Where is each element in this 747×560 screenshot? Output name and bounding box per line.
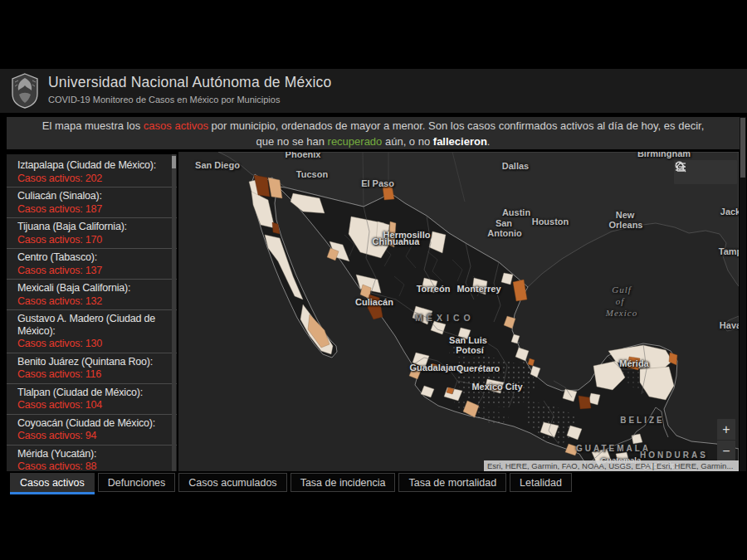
sidebar-item[interactable]: Mexicali (Baja California):Casos activos… <box>7 279 177 309</box>
tab-tasa-de-mortalidad[interactable]: Tasa de mortalidad <box>398 473 506 492</box>
tab-casos-activos[interactable]: Casos activos <box>10 473 95 492</box>
active-cases-value: Casos activos: 88 <box>17 460 157 471</box>
municipality-name: Tlalpan (Ciudad de México): <box>17 387 157 399</box>
map-label: Dallas <box>502 161 529 171</box>
map-labels: San DiegoPhoenixTucsonEl PasoDallasAusti… <box>178 152 739 471</box>
municipality-name: Benito Juárez (Quintana Roo): <box>17 356 157 368</box>
map-label: New <box>616 210 635 220</box>
active-cases-value: Casos activos: 202 <box>17 173 157 185</box>
description-segment: aún, o no <box>382 135 432 148</box>
header: Universidad Nacional Autónoma de México … <box>0 69 747 113</box>
map-label: San <box>496 218 512 228</box>
map-label: Mexico <box>606 308 637 318</box>
sidebar-scrollbar[interactable] <box>172 154 176 471</box>
map-label: MÉXICO <box>415 313 474 323</box>
map-label: BELIZE <box>620 416 665 425</box>
map-label: Culiacán <box>355 297 393 307</box>
map-label: Houston <box>532 217 569 226</box>
description-segment: casos activos <box>144 119 208 132</box>
description-text: El mapa muestra los casos activos por mu… <box>42 119 705 148</box>
page-scrollbar-thumb[interactable] <box>740 118 745 178</box>
municipality-name: Iztapalapa (Ciudad de México): <box>17 159 157 172</box>
zoom-in-button[interactable]: + <box>717 419 735 440</box>
map-label: San Diego <box>195 160 240 170</box>
sidebar-item[interactable]: Centro (Tabasco):Casos activos: 137 <box>7 248 177 279</box>
home-button[interactable] <box>696 161 715 183</box>
municipality-name: Mérida (Yucatán): <box>17 448 157 460</box>
map-label: Potosí <box>456 345 484 355</box>
municipality-name: Centro (Tabasco): <box>17 251 157 264</box>
active-cases-value: Casos activos: 130 <box>17 338 157 350</box>
map-label: Torreón <box>417 284 451 294</box>
legend-button[interactable] <box>716 161 736 183</box>
map-label: Chihuahua <box>373 236 420 246</box>
tab-bar-container: Casos activosDefuncionesCasos acumulados… <box>0 471 747 498</box>
map-canvas[interactable]: San DiegoPhoenixTucsonEl PasoDallasAusti… <box>178 152 739 471</box>
map-label: of <box>616 296 625 306</box>
description-bar: El mapa muestra los casos activos por mu… <box>7 117 740 149</box>
map-label: Jack <box>720 207 739 217</box>
active-cases-value: Casos activos: 187 <box>17 203 157 216</box>
tab-casos-acumulados[interactable]: Casos acumulados <box>178 473 286 492</box>
tab-bar: Casos activosDefuncionesCasos acumulados… <box>10 473 572 492</box>
page-title: Universidad Nacional Autónoma de México <box>48 74 331 91</box>
sidebar-item[interactable]: Culiacán (Sinaloa):Casos activos: 187 <box>7 187 177 217</box>
active-cases-value: Casos activos: 104 <box>17 399 157 411</box>
municipality-list: Iztapalapa (Ciudad de México):Casos acti… <box>7 154 177 471</box>
map-label: San Luis <box>449 335 487 345</box>
zoom-controls: + − <box>717 419 735 461</box>
sidebar-item[interactable]: Tijuana (Baja California):Casos activos:… <box>7 217 177 248</box>
active-cases-value: Casos activos: 116 <box>17 368 157 381</box>
map-label: HONDURAS <box>640 450 708 460</box>
tab-tasa-de-incidencia[interactable]: Tasa de incidencia <box>290 473 396 492</box>
page-subtitle: COVID-19 Monitoreo de Casos en México po… <box>48 95 280 105</box>
legend-icon <box>674 160 687 173</box>
map-label: Guadalajara <box>410 363 462 373</box>
municipality-name: Coyoacán (Ciudad de México): <box>17 417 157 430</box>
map-label: El Paso <box>361 178 394 188</box>
map-label: Tucson <box>296 169 328 179</box>
map-attribution: Esri, HERE, Garmin, FAO, NOAA, USGS, EPA… <box>484 460 739 471</box>
active-cases-value: Casos activos: 132 <box>17 295 157 308</box>
municipality-name: Gustavo A. Madero (Ciudad de México): <box>17 313 157 337</box>
municipality-name: Mexicali (Baja California): <box>17 282 157 295</box>
map-label: Monterrey <box>456 284 500 294</box>
sidebar-item[interactable]: Iztapalapa (Ciudad de México):Casos acti… <box>7 154 177 187</box>
map-label: Querétaro <box>456 363 500 373</box>
map-label: Antonio <box>487 228 522 238</box>
sidebar-item[interactable]: Tlalpan (Ciudad de México):Casos activos… <box>7 383 177 414</box>
description-segment: recuperado <box>328 135 383 148</box>
map-label: Orleans <box>609 220 643 230</box>
map-label: Gulf <box>612 285 632 295</box>
sidebar-item[interactable]: Benito Juárez (Quintana Roo):Casos activ… <box>7 353 177 383</box>
map-label: Mexico City <box>471 382 522 392</box>
page-scrollbar[interactable] <box>740 117 746 471</box>
sidebar-item[interactable]: Gustavo A. Madero (Ciudad de México):Cas… <box>7 309 177 353</box>
active-cases-value: Casos activos: 170 <box>17 234 157 246</box>
description-segment: El mapa muestra los <box>42 119 144 132</box>
active-cases-value: Casos activos: 94 <box>17 430 157 442</box>
app-window: Universidad Nacional Autónoma de México … <box>0 0 747 560</box>
tab-letalidad[interactable]: Letalidad <box>510 473 572 492</box>
zoom-out-button[interactable]: − <box>717 441 735 461</box>
map-label: Austin <box>502 207 530 217</box>
sidebar-scrollbar-thumb[interactable] <box>172 156 176 168</box>
sidebar-item[interactable]: Coyoacán (Ciudad de México):Casos activo… <box>7 414 177 445</box>
map-label: Birmingham <box>637 152 691 158</box>
unam-logo <box>10 73 40 109</box>
sidebar: Iztapalapa (Ciudad de México):Casos acti… <box>7 154 177 471</box>
description-segment: . <box>487 135 491 148</box>
map-label: Phoenix <box>286 152 321 159</box>
map-toolbar <box>674 160 737 184</box>
map-label: Mérida <box>619 358 648 368</box>
municipality-name: Tijuana (Baja California): <box>17 221 157 233</box>
sidebar-item[interactable]: Mérida (Yucatán):Casos activos: 88 <box>7 445 177 472</box>
description-segment: fallecieron <box>433 135 487 148</box>
municipality-name: Culiacán (Sinaloa): <box>17 190 157 202</box>
map-label: Hava <box>720 320 739 330</box>
active-cases-value: Casos activos: 137 <box>17 265 157 277</box>
map-label: Tamp <box>719 246 739 256</box>
tab-defunciones[interactable]: Defunciones <box>98 473 176 492</box>
